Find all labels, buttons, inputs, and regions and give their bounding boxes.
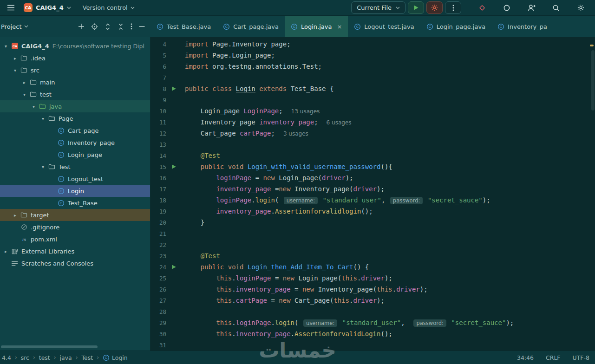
plus-icon[interactable] <box>78 23 85 30</box>
line-number[interactable]: 16 <box>150 175 166 182</box>
breadcrumb-item-test[interactable]: test <box>39 354 50 361</box>
tree-item-pom.xml[interactable]: mpom.xml <box>0 233 150 245</box>
code-line-12[interactable]: 12 Cart_page cartPage;3 usages <box>150 128 595 139</box>
chevron-right-icon[interactable]: ▸ <box>11 56 19 61</box>
line-number[interactable]: 14 <box>150 152 166 159</box>
tree-item-java[interactable]: ▾java <box>0 100 150 112</box>
profiler-button[interactable] <box>426 1 443 14</box>
run-button[interactable] <box>408 1 424 14</box>
code-line-24[interactable]: 24 public void Login_then_Add_Item_To_Ca… <box>150 261 595 273</box>
line-number[interactable]: 11 <box>150 119 166 126</box>
line-number[interactable]: 10 <box>150 108 166 115</box>
usages-inlay-hint[interactable]: 6 usages <box>327 119 352 126</box>
code-line-27[interactable]: 27 this.cartPage = new Cart_page(this.dr… <box>150 295 595 306</box>
tree-item-Login[interactable]: CLogin <box>0 185 150 197</box>
code-line-17[interactable]: 17 inventory_page =new Inventory_page(dr… <box>150 183 595 195</box>
editor-tab-Login.java[interactable]: CLogin.java× <box>285 16 348 37</box>
line-number[interactable]: 7 <box>150 74 166 81</box>
code-line-8[interactable]: 8public class Login extends Test_Base { <box>150 83 595 94</box>
line-number[interactable]: 13 <box>150 141 166 148</box>
line-number[interactable]: 23 <box>150 253 166 260</box>
code-line-22[interactable]: 22 <box>150 239 595 250</box>
code-line-5[interactable]: 5import Page.Login_page; <box>150 50 595 61</box>
code-line-9[interactable]: 9 <box>150 94 595 105</box>
chevron-down-icon[interactable]: ▾ <box>11 68 19 73</box>
tree-item-CAIG4_4[interactable]: ▾CACAIG4_4E:\courses\software testing Di… <box>0 40 150 52</box>
line-number[interactable]: 19 <box>150 208 166 215</box>
code-line-30[interactable]: 30 this.inventory_page.Assertionforvalid… <box>150 328 595 339</box>
code-editor[interactable]: 4import Page.Inventory_page;5import Page… <box>150 37 595 351</box>
line-number[interactable]: 12 <box>150 130 166 137</box>
tree-item-Scratches-and-Consoles[interactable]: Scratches and Consoles <box>0 257 150 269</box>
line-number[interactable]: 21 <box>150 230 166 237</box>
chevron-right-icon[interactable]: ▸ <box>20 80 28 85</box>
code-line-7[interactable]: 7 <box>150 72 595 83</box>
code-line-6[interactable]: 6import org.testng.annotations.Test; <box>150 61 595 72</box>
tree-item-src[interactable]: ▾src <box>0 64 150 76</box>
project-panel-title[interactable]: Project <box>1 23 28 30</box>
code-line-18[interactable]: 18 loginPage.login( username: "standard_… <box>150 195 595 206</box>
tree-item-External-Libraries[interactable]: ▸External Libraries <box>0 245 150 257</box>
editor-tab-Logout_test.java[interactable]: CLogout_test.java <box>348 16 420 37</box>
horizontal-scrollbar[interactable] <box>1 345 98 348</box>
line-number[interactable]: 26 <box>150 286 166 293</box>
tab-bar[interactable]: CTest_Base.javaCCart_page.javaCLogin.jav… <box>150 16 595 37</box>
line-number[interactable]: 24 <box>150 264 166 271</box>
code-line-26[interactable]: 26 this.inventory_page = new Inventory_p… <box>150 284 595 295</box>
line-number[interactable]: 8 <box>150 85 166 92</box>
editor-tab-Cart_page.java[interactable]: CCart_page.java <box>217 16 285 37</box>
line-number[interactable]: 4 <box>150 41 166 48</box>
tree-item-Test[interactable]: ▾Test <box>0 161 150 173</box>
chevron-down-icon[interactable]: ▾ <box>2 44 10 49</box>
breadcrumb-item-Login[interactable]: CLogin <box>103 354 128 361</box>
run-configuration-select[interactable]: Current File <box>351 1 405 14</box>
tree-item-Test_Base[interactable]: CTest_Base <box>0 197 150 209</box>
kebab-icon[interactable] <box>131 23 132 30</box>
code-line-19[interactable]: 19 inventory_page.Assertionforvalidlogin… <box>150 206 595 217</box>
tree-item-test[interactable]: ▾test <box>0 88 150 100</box>
line-number[interactable]: 27 <box>150 297 166 304</box>
hot-reload-button[interactable] <box>476 2 488 14</box>
line-number[interactable]: 18 <box>150 197 166 204</box>
line-number[interactable]: 29 <box>150 319 166 326</box>
cursor-position[interactable]: 34:46 <box>517 354 534 361</box>
ai-assistant-button[interactable] <box>501 2 513 14</box>
chevron-down-icon[interactable]: ▾ <box>20 92 28 97</box>
code-line-11[interactable]: 11 Inventory_page inventory_page;6 usage… <box>150 117 595 128</box>
line-number[interactable]: 28 <box>150 308 166 315</box>
collapse-all-icon[interactable] <box>118 23 124 30</box>
chevron-right-icon[interactable]: ▸ <box>11 213 19 218</box>
code-line-15[interactable]: 15 public void Login_with_valid_username… <box>150 161 595 172</box>
code-line-14[interactable]: 14 @Test <box>150 150 595 161</box>
expand-all-icon[interactable] <box>105 23 111 30</box>
close-icon[interactable]: × <box>337 24 342 30</box>
code-line-20[interactable]: 20 } <box>150 217 595 228</box>
settings-button[interactable] <box>575 2 587 14</box>
chevron-down-icon[interactable]: ▾ <box>39 116 47 121</box>
line-number[interactable]: 5 <box>150 52 166 59</box>
code-line-25[interactable]: 25 this.loginPage = new Login_page(this.… <box>150 273 595 284</box>
chevron-down-icon[interactable]: ▾ <box>30 104 38 109</box>
usages-inlay-hint[interactable]: 13 usages <box>291 108 320 115</box>
more-run-actions-button[interactable] <box>445 1 461 14</box>
code-line-31[interactable]: 31 <box>150 339 595 351</box>
editor-tab-Inventory_pa[interactable]: CInventory_pa <box>491 16 553 37</box>
tree-item-.gitignore[interactable]: .gitignore <box>0 221 150 233</box>
line-number[interactable]: 31 <box>150 342 166 349</box>
project-tree-panel[interactable]: ▾CACAIG4_4E:\courses\software testing Di… <box>0 37 150 351</box>
code-line-16[interactable]: 16 loginPage = new Login_page(driver); <box>150 172 595 183</box>
usages-inlay-hint[interactable]: 3 usages <box>283 130 308 137</box>
tree-item-main[interactable]: ▸main <box>0 76 150 88</box>
line-number[interactable]: 17 <box>150 186 166 193</box>
code-line-10[interactable]: 10 Login_page LoginPage;13 usages <box>150 105 595 117</box>
breadcrumb-item-4.4[interactable]: 4.4 <box>2 354 11 361</box>
search-everywhere-button[interactable] <box>550 2 562 14</box>
chevron-right-icon[interactable]: ▸ <box>2 249 10 254</box>
run-gutter-icon[interactable] <box>169 264 179 270</box>
line-number[interactable]: 30 <box>150 331 166 338</box>
tree-item-target[interactable]: ▸target <box>0 209 150 221</box>
line-number[interactable]: 9 <box>150 97 166 104</box>
vertical-scrollbar[interactable] <box>591 50 595 110</box>
run-gutter-icon[interactable] <box>169 164 179 169</box>
chevron-down-icon[interactable]: ▾ <box>39 164 47 169</box>
